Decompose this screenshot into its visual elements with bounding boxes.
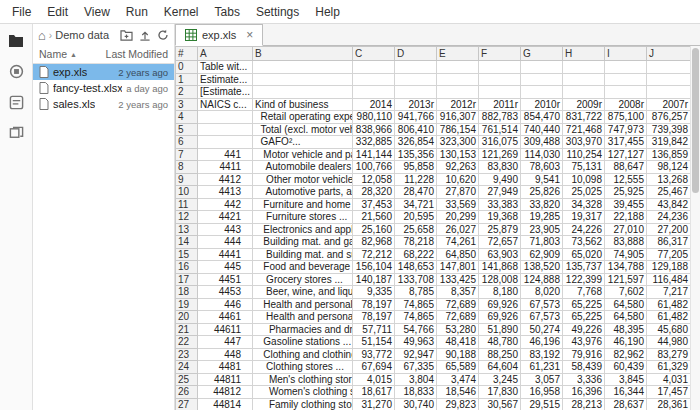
sheet-cell[interactable]: 2010r	[521, 98, 563, 111]
column-header-I[interactable]: I	[605, 47, 647, 61]
sheet-cell[interactable]: 876,257	[647, 111, 691, 124]
sheet-cell[interactable]: 33,569	[437, 198, 479, 211]
sheet-cell[interactable]: 34,721	[395, 198, 437, 211]
sheet-cell[interactable]: 77,205	[647, 248, 691, 261]
sheet-cell[interactable]: 28,213	[563, 398, 605, 410]
row-header-cell[interactable]: 2	[176, 86, 198, 99]
running-sessions-icon[interactable]	[9, 64, 24, 79]
sheet-cell[interactable]: 61,482	[647, 311, 691, 324]
new-folder-icon[interactable]	[120, 30, 133, 41]
sheet-cell[interactable]: 831,722	[563, 111, 605, 124]
column-header-E[interactable]: E	[437, 47, 479, 61]
sheet-cell[interactable]: 61,329	[647, 361, 691, 374]
sheet-cell[interactable]: Building mat. and sup...	[253, 248, 353, 261]
sheet-cell[interactable]: 806,410	[395, 123, 437, 136]
sheet-cell[interactable]: 442	[198, 198, 253, 211]
column-header-A[interactable]: A	[198, 47, 253, 61]
sheet-cell[interactable]	[563, 61, 605, 74]
sheet-cell[interactable]: 44611	[198, 323, 253, 336]
sheet-cell[interactable]: 141,144	[353, 148, 395, 161]
sheet-cell[interactable]: 65,589	[437, 361, 479, 374]
sheet-cell[interactable]: 49,963	[395, 336, 437, 349]
sheet-cell[interactable]	[353, 86, 395, 99]
sheet-cell[interactable]: 18,617	[353, 386, 395, 399]
column-header-D[interactable]: D	[395, 47, 437, 61]
sheet-cell[interactable]: 67,694	[353, 361, 395, 374]
sheet-cell[interactable]: 21,560	[353, 211, 395, 224]
sheet-cell[interactable]: 121,597	[605, 273, 647, 286]
sheet-cell[interactable]: 17,830	[479, 386, 521, 399]
sheet-cell[interactable]: 8,020	[521, 286, 563, 299]
sheet-cell[interactable]: 25,925	[605, 186, 647, 199]
column-header-C[interactable]: C	[353, 47, 395, 61]
sheet-cell[interactable]: 46,190	[605, 336, 647, 349]
sheet-cell[interactable]: 116,484	[647, 273, 691, 286]
sheet-cell[interactable]: Building mat. and gard...	[253, 236, 353, 249]
row-header-cell[interactable]: 10	[176, 186, 198, 199]
row-header-cell[interactable]: 23	[176, 348, 198, 361]
sheet-cell[interactable]: 65,225	[563, 311, 605, 324]
sheet-cell[interactable]: 7,217	[647, 286, 691, 299]
sheet-cell[interactable]: 75,131	[563, 161, 605, 174]
sheet-cell[interactable]: Beer, wine, and liquor ...	[253, 286, 353, 299]
sheet-cell[interactable]: 25,160	[353, 223, 395, 236]
sheet-cell[interactable]: 39,455	[605, 198, 647, 211]
row-header-cell[interactable]: 0	[176, 61, 198, 74]
sheet-cell[interactable]: 28,320	[353, 186, 395, 199]
sheet-cell[interactable]: 18,833	[395, 386, 437, 399]
sheet-cell[interactable]	[563, 86, 605, 99]
sheet-cell[interactable]: 62,909	[521, 248, 563, 261]
sheet-cell[interactable]: 27,870	[437, 186, 479, 199]
sheet-cell[interactable]: Total (excl. motor vehicle...	[253, 123, 353, 136]
sheet-cell[interactable]: 739,398	[647, 123, 691, 136]
sheet-cell[interactable]: [Estimate...	[198, 86, 253, 99]
sheet-cell[interactable]: 141,868	[479, 261, 521, 274]
sheet-cell[interactable]: 838,966	[353, 123, 395, 136]
sheet-cell[interactable]: Men's clothing stores ...	[253, 373, 353, 386]
sheet-cell[interactable]: 88,250	[479, 348, 521, 361]
sheet-cell[interactable]: 882,783	[479, 111, 521, 124]
sheet-cell[interactable]: 3,474	[437, 373, 479, 386]
sheet-cell[interactable]: NAICS c...	[198, 98, 253, 111]
sheet-cell[interactable]: 74,865	[395, 298, 437, 311]
sheet-cell[interactable]: 16,344	[605, 386, 647, 399]
menu-item-run[interactable]: Run	[118, 5, 156, 19]
sheet-cell[interactable]	[563, 73, 605, 86]
sheet-cell[interactable]: 2011r	[479, 98, 521, 111]
menu-item-file[interactable]: File	[4, 5, 39, 19]
row-header-cell[interactable]: 9	[176, 173, 198, 186]
sheet-cell[interactable]: 9,335	[353, 286, 395, 299]
sheet-cell[interactable]: 2009r	[563, 98, 605, 111]
sheet-cell[interactable]: 130,153	[437, 148, 479, 161]
row-header-cell[interactable]: 3	[176, 98, 198, 111]
menu-item-help[interactable]: Help	[307, 5, 348, 19]
sheet-cell[interactable]: 23,905	[521, 223, 563, 236]
sheet-cell[interactable]: 44811	[198, 373, 253, 386]
sheet-cell[interactable]: 20,595	[395, 211, 437, 224]
sheet-cell[interactable]: 124,888	[521, 273, 563, 286]
sheet-cell[interactable]: 83,192	[521, 348, 563, 361]
sheet-cell[interactable]	[395, 61, 437, 74]
sheet-cell[interactable]	[605, 61, 647, 74]
sheet-cell[interactable]: 156,104	[353, 261, 395, 274]
row-header-cell[interactable]: 19	[176, 298, 198, 311]
row-header-cell[interactable]: 18	[176, 286, 198, 299]
sheet-cell[interactable]	[521, 61, 563, 74]
file-browser-folder-icon[interactable]	[8, 34, 24, 48]
sheet-cell[interactable]	[353, 61, 395, 74]
sheet-cell[interactable]: 26,027	[437, 223, 479, 236]
sheet-cell[interactable]: 82,968	[353, 236, 395, 249]
open-tabs-icon[interactable]	[9, 126, 24, 141]
row-header-cell[interactable]: 12	[176, 211, 198, 224]
sheet-cell[interactable]: 147,801	[437, 261, 479, 274]
sheet-cell[interactable]: 9,541	[521, 173, 563, 186]
sheet-cell[interactable]: 90,188	[437, 348, 479, 361]
sheet-cell[interactable]: 7,602	[605, 286, 647, 299]
sheet-cell[interactable]: 2008r	[605, 98, 647, 111]
sheet-cell[interactable]: Clothing stores ...	[253, 361, 353, 374]
sheet-cell[interactable]: 48,780	[479, 336, 521, 349]
sheet-cell[interactable]: 67,573	[521, 298, 563, 311]
close-icon[interactable]: ×	[246, 29, 253, 41]
sheet-cell[interactable]: 25,467	[647, 186, 691, 199]
sheet-cell[interactable]: 110,254	[563, 148, 605, 161]
